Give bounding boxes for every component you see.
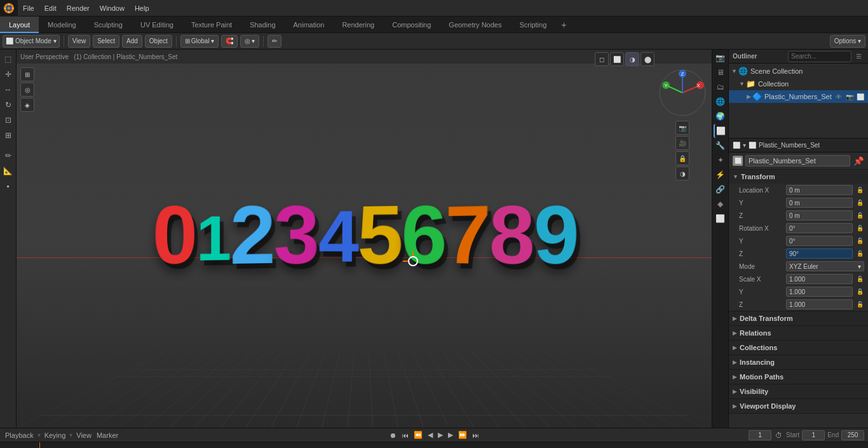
rotation-x-lock[interactable]: 🔓 [855, 224, 864, 233]
instancing-header[interactable]: ▶ Instancing [729, 355, 868, 369]
frame-clock-btn[interactable]: ⏱ [774, 431, 783, 439]
collection-eye[interactable]: 👁 [834, 79, 844, 89]
visibility-header[interactable]: ▶ Visibility [729, 384, 868, 398]
scale-z-value[interactable]: 1.000 [786, 299, 853, 309]
view-layer-tab[interactable]: 🗂 [714, 80, 728, 94]
view-menu-btn[interactable]: View [68, 35, 91, 48]
jump-start-btn[interactable]: ⏮ [400, 431, 410, 439]
transform-global-btn[interactable]: ⊞ Global ▾ [180, 35, 219, 48]
proportional-edit-btn[interactable]: ◎ ▾ [240, 35, 259, 48]
add-workspace-tab[interactable]: + [555, 17, 572, 33]
render-properties-tab[interactable]: 📷 [714, 51, 728, 65]
pin-button[interactable]: 📌 [853, 155, 864, 166]
tree-item-collection[interactable]: ▼ 📁 Collection 👁 📷 ⬜ [729, 78, 868, 90]
menu-help[interactable]: Help [130, 0, 154, 17]
select-menu-btn[interactable]: Select [93, 35, 119, 48]
scene-collection-cam[interactable]: 📷 [844, 66, 855, 76]
location-x-value[interactable]: 0 m [786, 185, 853, 195]
viewport[interactable]: 0 1 2 3 4 5 6 7 8 9 User Perspective (1)… [17, 50, 712, 428]
outliner-filter-btn[interactable]: ☰ [853, 51, 864, 62]
scale-z-lock[interactable]: 🔓 [855, 300, 864, 309]
constraint-properties-tab[interactable]: 🔗 [714, 182, 728, 196]
timeline-view-menu[interactable]: View [75, 431, 93, 439]
move-tool[interactable]: ↔ [1, 83, 15, 97]
physics-properties-tab[interactable]: ⚡ [714, 168, 728, 182]
timeline-ruler[interactable]: 0 50 100 150 200 250 [0, 442, 868, 448]
rotation-y-value[interactable]: 0° [786, 236, 853, 246]
tab-shading[interactable]: Shading [241, 17, 284, 33]
tab-uv-editing[interactable]: UV Editing [132, 17, 182, 33]
viewport-gizmo-toggle[interactable]: ⊞ [20, 67, 34, 81]
tab-sculpting[interactable]: Sculpting [85, 17, 132, 33]
object-properties-tab[interactable]: ⬜ [714, 124, 728, 138]
material-properties-tab[interactable]: ⬜ [714, 212, 728, 226]
solid-shading[interactable]: ⬜ [610, 52, 624, 66]
outliner-search[interactable] [788, 51, 851, 62]
plastic-eye[interactable]: 👁 [834, 92, 844, 102]
plastic-cam[interactable]: 📷 [844, 92, 855, 102]
play-btn[interactable]: ▶ [437, 431, 444, 439]
tab-rendering[interactable]: Rendering [333, 17, 383, 33]
rotation-z-value[interactable]: 90° [786, 248, 853, 259]
output-properties-tab[interactable]: 🖥 [714, 65, 728, 79]
location-x-lock[interactable]: 🔓 [855, 186, 864, 194]
location-z-value[interactable]: 0 m [786, 210, 853, 221]
play-record-btn[interactable]: ⏺ [388, 431, 398, 439]
scene-properties-tab[interactable]: 🌐 [714, 95, 728, 109]
transform-snap-btn[interactable]: 🧲 [221, 35, 238, 48]
menu-window[interactable]: Window [95, 0, 130, 17]
end-frame-input[interactable] [841, 430, 864, 440]
rotation-mode-dropdown[interactable]: XYZ Euler ▾ [786, 261, 864, 271]
add-cube-tool[interactable]: ▪ [1, 179, 15, 193]
relations-header[interactable]: ▶ Relations [729, 326, 868, 340]
menu-file[interactable]: File [18, 0, 39, 17]
annotate-tool[interactable]: ✏ [1, 149, 15, 163]
object-menu-btn[interactable]: Object [145, 35, 172, 48]
lock-camera-btn[interactable]: 🔒 [675, 151, 689, 165]
rotation-z-lock[interactable]: 🔓 [855, 249, 864, 258]
tree-item-scene-collection[interactable]: ▼ 🌐 Scene Collection 👁 📷 ⬜ [729, 65, 868, 78]
viewport-xray-toggle[interactable]: ◈ [20, 98, 34, 112]
rotate-tool[interactable]: ↻ [1, 98, 15, 112]
object-data-tab[interactable]: ◆ [714, 197, 728, 211]
blender-logo[interactable] [0, 0, 18, 17]
cursor-tool[interactable]: ✛ [1, 67, 15, 81]
material-shading[interactable]: ◑ [625, 52, 639, 66]
next-frame-btn[interactable]: ▶ [447, 431, 454, 439]
viewport-display-header[interactable]: ▶ Viewport Display [729, 399, 868, 413]
timeline-keying-menu[interactable]: Keying [43, 431, 67, 439]
tab-animation[interactable]: Animation [285, 17, 334, 33]
tab-scripting[interactable]: Scripting [510, 17, 555, 33]
collections-header[interactable]: ▶ Collections [729, 341, 868, 355]
select-box-tool[interactable]: ⬚ [1, 52, 15, 66]
motion-paths-header[interactable]: ▶ Motion Paths [729, 370, 868, 384]
location-y-lock[interactable]: 🔓 [855, 198, 864, 207]
prev-frame-btn[interactable]: ◀ [426, 431, 434, 439]
tree-item-plastic-numbers[interactable]: ▶ 🔷 Plastic_Numbers_Set 👁 📷 ⬜ [729, 90, 868, 103]
jump-end-btn[interactable]: ⏭ [471, 431, 480, 439]
location-y-value[interactable]: 0 m [786, 198, 853, 208]
transform-section-header[interactable]: ▼ Transform [729, 170, 868, 184]
transform-tool[interactable]: ⊞ [1, 128, 15, 142]
timeline-marker-menu[interactable]: Marker [95, 431, 119, 439]
world-properties-tab[interactable]: 🌍 [714, 109, 728, 123]
modifier-properties-tab[interactable]: 🔧 [714, 139, 728, 153]
scale-x-value[interactable]: 1.000 [786, 274, 853, 284]
scene-collection-eye[interactable]: 👁 [834, 66, 844, 76]
viewport-shade-btn[interactable]: ◑ [675, 166, 689, 180]
navigation-gizmo[interactable]: X Y Z [657, 67, 708, 118]
rendered-shading[interactable]: ⬤ [641, 52, 654, 66]
delta-transform-header[interactable]: ▶ Delta Transform [729, 311, 868, 325]
wireframe-shading[interactable]: ◻ [595, 52, 609, 66]
add-menu-btn[interactable]: Add [122, 35, 142, 48]
start-frame-input[interactable] [802, 430, 825, 440]
scale-x-lock[interactable]: 🔓 [855, 275, 864, 283]
tab-layout[interactable]: Layout [0, 17, 39, 33]
tab-texture-paint[interactable]: Texture Paint [182, 17, 241, 33]
next-keyframe-btn[interactable]: ⏩ [457, 431, 468, 439]
collection-cam[interactable]: 📷 [844, 79, 855, 89]
location-z-lock[interactable]: 🔓 [855, 211, 864, 220]
tab-compositing[interactable]: Compositing [383, 17, 440, 33]
viewport-overlay-toggle[interactable]: ◎ [20, 83, 34, 97]
collection-restrict[interactable]: ⬜ [855, 79, 865, 89]
